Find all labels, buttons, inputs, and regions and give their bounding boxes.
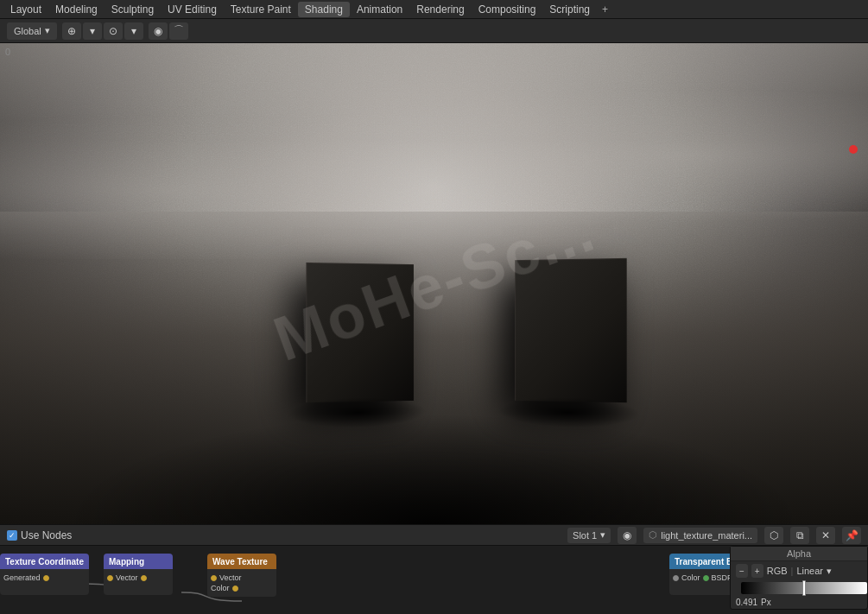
slot-label: Slot 1 [573,530,597,541]
global-orientation-button[interactable]: Global ▾ [7,22,57,40]
menu-item-texture-paint[interactable]: Texture Paint [224,2,298,17]
orientation-chevron: ▾ [45,25,50,36]
socket-label: Vector [116,573,138,582]
node-title: Texture Coordinate [5,557,84,567]
copy-button[interactable]: ⧉ [790,527,809,544]
node-body: Vector [104,569,173,595]
mapping-node[interactable]: Mapping Vector [104,554,173,595]
slot-chevron: ▾ [600,529,605,541]
socket-dot[interactable] [43,575,49,581]
wave-texture-node[interactable]: Wave Texture Vector Color [207,554,276,597]
node-header: Mapping [104,554,173,569]
separator: | [791,566,794,576]
top-menu-bar: Layout Modeling Sculpting UV Editing Tex… [0,0,868,19]
value-row: 0.491 Px [731,596,867,609]
color-strip-container[interactable] [731,580,867,596]
transform-orientation-group: Global ▾ [7,22,57,40]
linear-label: Linear [796,566,823,576]
use-nodes-toggle[interactable]: ✓ Use Nodes [7,529,72,541]
menu-item-compositing[interactable]: Compositing [472,2,543,17]
magnet-icon-button[interactable]: ⊕ [62,22,81,40]
node-body: Vector Color [207,569,276,597]
popup-header: Alpha [731,547,867,561]
cube-left [306,263,414,402]
linear-chevron: ▾ [827,566,832,577]
snap-icon: ▾ [90,25,95,37]
menu-item-layout[interactable]: Layout [3,2,48,17]
socket-label: Vector [219,573,242,582]
sphere-icon: ◉ [623,529,631,541]
proportional-settings-button[interactable]: ▾ [124,22,143,40]
px-label: Px [761,598,771,607]
socket-in[interactable] [107,575,113,581]
socket-out[interactable] [703,575,709,581]
snap-settings-button[interactable]: ▾ [83,22,102,40]
socket-out[interactable] [141,575,147,581]
camera-indicator [849,145,858,154]
value-display: 0.491 [736,598,757,607]
menu-item-animation[interactable]: Animation [350,2,409,17]
socket-in[interactable] [211,575,217,581]
viewport-shading-button[interactable]: ◉ [149,22,168,40]
socket-label: Generated [3,573,41,582]
menu-item-uv-editing[interactable]: UV Editing [161,2,224,17]
shield-icon: ⬡ [649,529,657,541]
socket-label: Color [211,584,230,592]
slot-dropdown[interactable]: Slot 1 ▾ [567,528,611,543]
socket-row: Generated [0,573,89,583]
shield-button[interactable]: ⬡ [764,527,783,544]
orientation-label: Global [14,26,41,36]
cube-right [515,258,627,402]
node-title: Mapping [109,557,144,567]
3d-viewport[interactable]: MoHe-Sc... 0 [0,43,868,524]
proportional-edit-button[interactable]: ⊙ [104,22,123,40]
node-header: Texture Coordinate [0,554,89,569]
socket-out[interactable] [232,586,238,592]
socket-label: BSDF [712,573,732,582]
socket-in[interactable] [673,575,679,581]
overlay-icon: ⌒ [174,23,184,38]
toolbar: Global ▾ ⊕ ▾ ⊙ ▾ ◉ ⌒ [0,19,868,43]
menu-item-scripting[interactable]: Scripting [542,2,597,17]
color-handle[interactable] [802,580,806,596]
close-button[interactable]: ✕ [816,527,835,544]
snap-group: ⊕ ▾ ⊙ ▾ [62,22,143,40]
menu-item-shading[interactable]: Shading [298,2,350,17]
alpha-label: Alpha [787,548,811,559]
menu-item-rendering[interactable]: Rendering [409,2,471,17]
menu-item-modeling[interactable]: Modeling [48,2,105,17]
texture-coordinate-node[interactable]: Texture Coordinate Generated [0,554,89,595]
chevron-icon: ▾ [131,25,136,37]
sphere-icon: ◉ [154,25,162,37]
sphere-preview-button[interactable]: ◉ [618,527,637,544]
node-header: Wave Texture [207,554,276,569]
material-name-text: light_texture_materi... [661,530,752,541]
rgb-label: RGB [767,566,788,576]
plus-button[interactable]: + [751,564,763,578]
use-nodes-checkbox[interactable]: ✓ [7,530,17,541]
shield-icon: ⬡ [770,529,778,541]
copy-icon: ⧉ [796,529,804,541]
node-title: Wave Texture [212,557,268,567]
socket-label: Color [681,573,700,582]
minus-button[interactable]: − [736,564,748,578]
add-workspace-button[interactable]: + [597,2,613,17]
sky-area [0,43,868,236]
close-icon: ✕ [821,529,830,541]
socket-row: Color [207,583,276,593]
viewport-overlay-label: 0 [5,47,10,57]
use-nodes-label: Use Nodes [21,529,72,541]
ground-plane [0,212,868,524]
channel-selector-row: − + RGB | Linear ▾ [731,561,867,580]
proportional-icon: ⊙ [109,25,117,37]
menu-item-sculpting[interactable]: Sculpting [105,2,161,17]
socket-row: Vector [104,573,173,583]
pin-button[interactable]: 📌 [842,527,861,544]
viewport-overlay-button[interactable]: ⌒ [169,22,188,40]
material-name-display[interactable]: ⬡ light_texture_materi... [643,528,757,543]
color-strip[interactable] [741,582,867,594]
magnet-icon: ⊕ [67,25,76,37]
viewport-controls-group: ◉ ⌒ [149,22,188,40]
socket-row: Vector [207,573,276,583]
material-alpha-popup: Alpha − + RGB | Linear ▾ 0.491 Px [730,546,868,610]
